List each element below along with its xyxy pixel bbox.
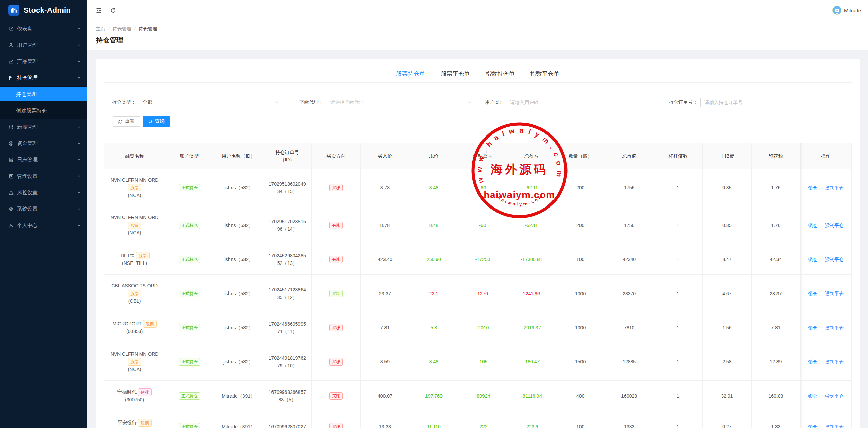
lock-position-link[interactable]: 锁仓 xyxy=(808,257,817,262)
sidebar-item-3[interactable]: 产品管理 xyxy=(0,55,87,68)
lock-position-link[interactable]: 锁仓 xyxy=(808,393,817,399)
fund-code-text: (CBL) xyxy=(110,297,159,305)
cell-account-type: 正式持仓 xyxy=(165,381,214,411)
user-menu[interactable]: Mitrade xyxy=(832,6,863,15)
reset-label: 重置 xyxy=(125,118,135,125)
fund-code-text: (NCA) xyxy=(110,366,159,373)
chevron-icon xyxy=(77,125,81,129)
total-pnl-value: -62.11 xyxy=(525,223,538,228)
menu-fold-icon[interactable] xyxy=(96,8,102,13)
sidebar-item-7[interactable]: 日志管理 xyxy=(0,153,87,167)
sidebar-item-2[interactable]: 用户管理 xyxy=(0,38,87,52)
tab-4[interactable]: 指数平仓单 xyxy=(528,67,562,82)
sidebar-item-1[interactable]: 仪表盘 xyxy=(0,22,87,35)
sidebar-item-8[interactable]: 管理设置 xyxy=(0,169,87,183)
buy-price-value: 23.37 xyxy=(379,291,391,296)
tab-3[interactable]: 指数持仓单 xyxy=(483,67,517,82)
force-close-link[interactable]: 强制平仓 xyxy=(825,359,844,365)
col-header-1: 融资名称 xyxy=(104,143,165,169)
sidebar-item-10[interactable]: 系统设置 xyxy=(0,202,87,216)
quantity-value: 1000 xyxy=(575,325,586,330)
cell-fee: 0.27 xyxy=(702,411,751,428)
cell-leverage: 1 xyxy=(654,244,702,275)
col-header-13: 手续费 xyxy=(702,143,751,169)
cell-order-no: 1702951702351596（14） xyxy=(263,206,312,244)
force-close-link[interactable]: 强制平仓 xyxy=(825,223,844,228)
force-close-link[interactable]: 强制平仓 xyxy=(825,424,844,428)
sidebar-item-6[interactable]: 资金管理 xyxy=(0,137,87,150)
account-type-tag: 正式持仓 xyxy=(179,290,200,297)
cell-fee: 4.67 xyxy=(702,275,751,312)
agent-select[interactable]: 请选择下级代理 xyxy=(326,98,475,107)
cell-current-price: 197.760 xyxy=(409,381,458,411)
cell-direction: 买跌 xyxy=(312,275,361,312)
order-no-input[interactable] xyxy=(700,98,841,107)
cell-account-type: 正式持仓 xyxy=(165,411,214,428)
force-close-link[interactable]: 强制平仓 xyxy=(825,185,844,190)
current-price-value: 250.90 xyxy=(426,257,441,262)
order-no-label: 持仓订单号： xyxy=(669,99,698,105)
chevron-icon xyxy=(77,174,81,178)
search-label: 查询 xyxy=(155,118,165,125)
tag-direction-up: 买涨 xyxy=(329,324,343,331)
sidebar-subitem-2[interactable]: 创建股票持仓 xyxy=(0,104,87,117)
force-close-link[interactable]: 强制平仓 xyxy=(825,325,844,330)
sidebar-item-9[interactable]: 风控设置 xyxy=(0,186,87,199)
order-no-text: 1702440181976279（10） xyxy=(268,354,306,369)
cell-direction: 买涨 xyxy=(312,343,361,381)
cell-float-pnl: -60 xyxy=(458,169,507,206)
float-pnl-value: -165 xyxy=(478,359,487,365)
content-area: 股票持仓单股票平仓单指数持仓单指数平仓单 持仓类型： 全部 下级代理： 请选择下… xyxy=(87,50,868,428)
search-button[interactable]: 查询 xyxy=(143,116,170,127)
lock-position-link[interactable]: 锁仓 xyxy=(808,325,817,330)
tag-direction-down: 买跌 xyxy=(329,290,343,297)
lock-position-link[interactable]: 锁仓 xyxy=(808,185,817,190)
lock-position-link[interactable]: 锁仓 xyxy=(808,424,817,428)
breadcrumb-item-1[interactable]: 主页 xyxy=(96,26,106,31)
dashboard-icon xyxy=(9,26,14,31)
cell-leverage: 1 xyxy=(654,312,702,343)
tab-1[interactable]: 股票持仓单 xyxy=(394,67,428,82)
cell-direction: 买涨 xyxy=(312,411,361,428)
order-no-text: 1702951860204934（15） xyxy=(268,180,306,195)
page-title: 持仓管理 xyxy=(96,35,868,45)
lock-position-link[interactable]: 锁仓 xyxy=(808,223,817,228)
agent-label: 下级代理： xyxy=(299,99,323,105)
cell-stamp-tax: 1.76 xyxy=(751,169,800,206)
cell-user: jishns（532） xyxy=(214,312,263,343)
market-value-value: 7810 xyxy=(624,325,634,330)
logo[interactable]: Stock-Admin xyxy=(0,0,87,20)
breadcrumb-item-2[interactable]: 持仓管理 xyxy=(112,26,131,31)
lock-position-link[interactable]: 锁仓 xyxy=(808,291,817,296)
total-pnl-value: -2019.37 xyxy=(522,325,541,330)
reset-button[interactable]: 重置 xyxy=(113,116,140,127)
force-close-link[interactable]: 强制平仓 xyxy=(825,257,844,262)
sidebar-item-5[interactable]: 新股管理 xyxy=(0,120,87,134)
sidebar-item-11[interactable]: 个人中心 xyxy=(0,218,87,232)
fee-value: 4.67 xyxy=(722,291,731,296)
cell-quantity: 400 xyxy=(556,381,605,411)
sidebar-item-4[interactable]: 持仓管理 xyxy=(0,71,87,85)
fee-value: 0.35 xyxy=(722,185,731,190)
profile-icon xyxy=(9,223,14,228)
current-price-value: 197.760 xyxy=(425,393,443,399)
tag-stock: 股票 xyxy=(143,320,157,328)
force-close-link[interactable]: 强制平仓 xyxy=(825,393,844,399)
tabs-bar: 股票持仓单股票平仓单指数持仓单指数平仓单 xyxy=(104,59,852,83)
positions-table: 融资名称账户类型用户名称（ID）持仓订单号（ID）买卖方向买入价现价浮动盈亏总盈… xyxy=(104,143,852,428)
fee-value: 32.01 xyxy=(721,393,733,399)
cell-stamp-tax: 1.76 xyxy=(751,206,800,244)
cell-market-value: 12885 xyxy=(605,343,654,381)
position-type-select[interactable]: 全部 xyxy=(139,98,282,107)
col-header-2: 账户类型 xyxy=(165,143,214,169)
sidebar-subitem-1[interactable]: 持仓管理 xyxy=(0,87,87,101)
refresh-icon[interactable] xyxy=(110,8,116,13)
cell-direction: 买涨 xyxy=(312,244,361,275)
tab-2[interactable]: 股票平仓单 xyxy=(438,67,472,82)
table-row: TIL Ltd 股票 (NSE_TILL) 正式持仓 jishns（532） 1… xyxy=(104,244,852,275)
col-header-12: 杠杆倍数 xyxy=(654,143,702,169)
force-close-link[interactable]: 强制平仓 xyxy=(825,291,844,296)
lock-position-link[interactable]: 锁仓 xyxy=(808,359,817,365)
cell-direction: 买涨 xyxy=(312,206,361,244)
user-id-input[interactable] xyxy=(506,98,655,107)
